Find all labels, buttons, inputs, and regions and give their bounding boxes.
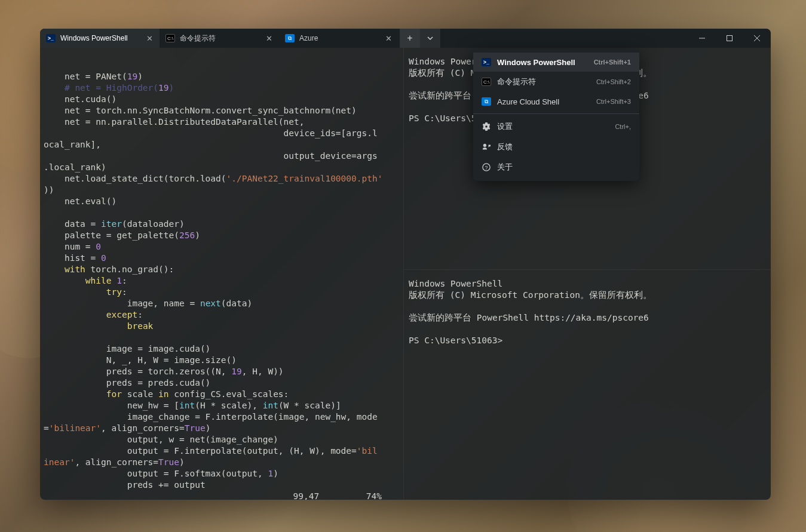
tab-label: Windows PowerShell [60, 34, 140, 42]
tab-label: 命令提示符 [180, 33, 260, 44]
pane-bottom-right[interactable]: Windows PowerShell 版权所有 (C) Microsoft Co… [404, 270, 771, 500]
minimize-button[interactable] [688, 29, 716, 48]
pane-left[interactable]: net = PANet(19) # net = HighOrder(19) ne… [40, 48, 403, 500]
close-icon[interactable]: ✕ [145, 34, 154, 42]
close-icon[interactable]: ✕ [384, 34, 393, 42]
question-icon: ? [482, 162, 491, 172]
gear-icon [482, 122, 491, 131]
svg-rect-1 [727, 36, 733, 41]
close-icon[interactable]: ✕ [265, 34, 273, 42]
chevron-down-icon [427, 35, 433, 41]
svg-point-4 [483, 144, 486, 147]
svg-text:?: ? [485, 165, 488, 171]
new-tab-dropdown-menu: >_ Windows PowerShell Ctrl+Shift+1 C:\ 命… [473, 49, 639, 181]
terminal-output: Windows PowerShell 版权所有 (C) Microsoft Co… [409, 278, 766, 346]
close-button[interactable] [743, 29, 771, 48]
titlebar: >_ Windows PowerShell ✕ C:\ 命令提示符 ✕ ⧉ Az… [40, 29, 771, 48]
maximize-button[interactable] [716, 29, 743, 48]
dropdown-item-feedback[interactable]: 反馈 [473, 137, 639, 157]
cmd-icon: C:\ [482, 77, 491, 87]
dropdown-item-about[interactable]: ? 关于 [473, 157, 639, 177]
powershell-icon: >_ [482, 57, 491, 67]
menu-separator [473, 113, 639, 114]
tab-cmd[interactable]: C:\ 命令提示符 ✕ [160, 29, 279, 48]
dropdown-item-powershell[interactable]: >_ Windows PowerShell Ctrl+Shift+1 [473, 53, 639, 72]
powershell-icon: >_ [46, 33, 56, 43]
terminal-window: >_ Windows PowerShell ✕ C:\ 命令提示符 ✕ ⧉ Az… [40, 29, 771, 500]
cmd-icon: C:\ [166, 33, 175, 43]
code-view: net = PANet(19) # net = HighOrder(19) ne… [44, 60, 400, 500]
dropdown-item-cmd[interactable]: C:\ 命令提示符 Ctrl+Shift+2 [473, 72, 639, 92]
new-tab-button[interactable]: + [400, 29, 420, 48]
azure-icon: ⧉ [285, 33, 295, 43]
feedback-icon [482, 142, 491, 152]
azure-icon: ⧉ [482, 97, 491, 106]
tab-label: Azure [299, 34, 379, 42]
tab-dropdown-button[interactable] [420, 29, 440, 48]
tab-powershell[interactable]: >_ Windows PowerShell ✕ [40, 29, 160, 48]
tab-azure[interactable]: ⧉ Azure ✕ [279, 29, 399, 48]
dropdown-item-azure[interactable]: ⧉ Azure Cloud Shell Ctrl+Shift+3 [473, 92, 639, 111]
dropdown-item-settings[interactable]: 设置 Ctrl+, [473, 116, 639, 137]
